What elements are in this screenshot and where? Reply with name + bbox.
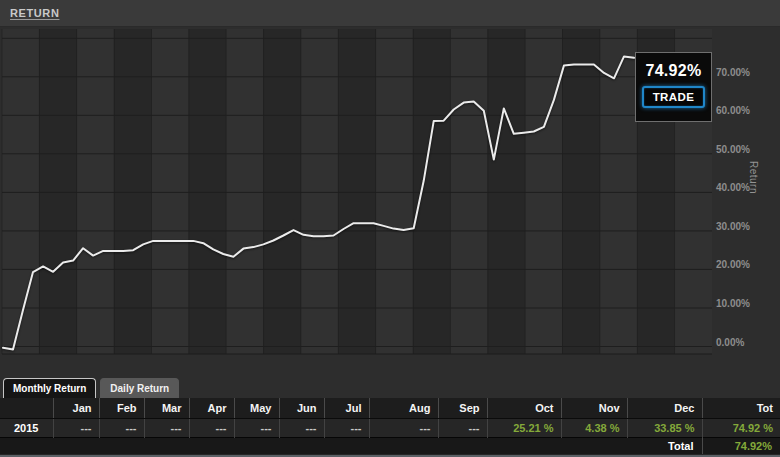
return-chart[interactable]: Return 74.92% TRADE 0.00%10.00%20.00%30.…: [0, 27, 780, 375]
cell-aug: ---: [369, 419, 438, 438]
plot-band: [152, 29, 189, 354]
plot-band: [264, 29, 301, 354]
y-axis-tick-label: 70.00%: [716, 68, 762, 78]
cell-tot: 74.92 %: [702, 419, 780, 438]
y-axis-tick-label: 50.00%: [716, 145, 762, 155]
plot-band: [39, 29, 76, 354]
plot-band: [413, 29, 450, 354]
year-column-header: [0, 398, 53, 419]
cell-jan: ---: [53, 419, 99, 438]
cell-may: ---: [234, 419, 279, 438]
section-title-return[interactable]: RETURN: [10, 7, 59, 19]
chart-tooltip: 74.92% TRADE: [635, 52, 712, 122]
column-header-tot: Tot: [702, 398, 780, 419]
plot-band: [600, 29, 637, 354]
tab-daily-return[interactable]: Daily Return: [100, 378, 179, 398]
column-header-jul: Jul: [324, 398, 369, 419]
table-head: JanFebMarAprMayJunJulAugSepOctNovDecTot: [0, 398, 780, 419]
cell-feb: ---: [99, 419, 144, 438]
column-header-aug: Aug: [369, 398, 438, 419]
plot-band: [189, 29, 226, 354]
table-row: 2015---------------------------25.21 %4.…: [0, 419, 780, 438]
y-axis-tick-label: 40.00%: [716, 183, 762, 193]
total-value: 74.92%: [702, 438, 780, 455]
y-axis-tick-label: 10.00%: [716, 299, 762, 309]
column-header-mar: Mar: [144, 398, 189, 419]
table-tabs: Monthly Return Daily Return: [0, 375, 780, 398]
cell-oct: 25.21 %: [487, 419, 561, 438]
monthly-return-table: JanFebMarAprMayJunJulAugSepOctNovDecTot …: [0, 398, 780, 454]
plot-band: [77, 29, 114, 354]
cell-sep: ---: [438, 419, 487, 438]
cell-nov: 4.38 %: [561, 419, 627, 438]
table-total-row: Total74.92%: [0, 438, 780, 455]
plot-band: [2, 29, 39, 354]
cell-dec: 33.85 %: [627, 419, 702, 438]
trade-button[interactable]: TRADE: [642, 86, 706, 108]
plot-band: [488, 29, 525, 354]
column-header-dec: Dec: [627, 398, 702, 419]
table-header-row: JanFebMarAprMayJunJulAugSepOctNovDecTot: [0, 398, 780, 419]
tooltip-return-value: 74.92%: [636, 62, 711, 80]
y-axis-tick-label: 20.00%: [716, 260, 762, 270]
table-foot: Total74.92%: [0, 438, 780, 455]
column-header-nov: Nov: [561, 398, 627, 419]
column-header-jun: Jun: [279, 398, 324, 419]
plot-band: [376, 29, 413, 354]
plot-band: [525, 29, 562, 354]
tab-monthly-return[interactable]: Monthly Return: [3, 378, 96, 398]
table-body: 2015---------------------------25.21 %4.…: [0, 419, 780, 438]
column-header-may: May: [234, 398, 279, 419]
plot-band: [338, 29, 375, 354]
plot-band: [450, 29, 487, 354]
cell-jul: ---: [324, 419, 369, 438]
cell-apr: ---: [189, 419, 234, 438]
plot-band: [226, 29, 263, 354]
topbar: RETURN: [0, 0, 780, 27]
y-axis-tick-label: 30.00%: [716, 222, 762, 232]
column-header-apr: Apr: [189, 398, 234, 419]
column-header-jan: Jan: [53, 398, 99, 419]
column-header-oct: Oct: [487, 398, 561, 419]
column-header-feb: Feb: [99, 398, 144, 419]
column-header-sep: Sep: [438, 398, 487, 419]
total-label: Total: [0, 438, 702, 455]
y-axis-tick-label: 60.00%: [716, 106, 762, 116]
y-axis-tick-label: 0.00%: [716, 338, 762, 348]
plot-band: [301, 29, 338, 354]
row-year: 2015: [0, 419, 53, 438]
plot-band: [114, 29, 151, 354]
plot-band: [563, 29, 600, 354]
cell-jun: ---: [279, 419, 324, 438]
cell-mar: ---: [144, 419, 189, 438]
